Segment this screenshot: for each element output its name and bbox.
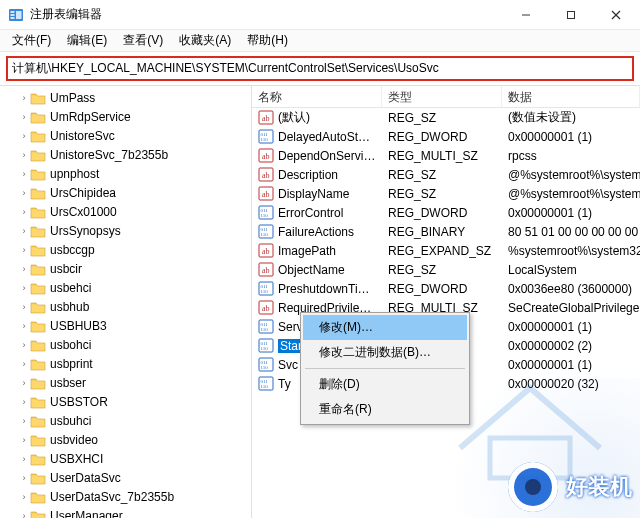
svg-text:ab: ab [262,190,270,199]
chevron-right-icon[interactable]: › [18,492,30,502]
folder-icon [30,395,46,409]
tree-item-label: usbuhci [50,414,91,428]
tree-item[interactable]: ›UserDataSvc [0,468,251,487]
ctx-delete[interactable]: 删除(D) [303,372,467,397]
value-data: @%systemroot%\system32 [502,168,640,182]
chevron-right-icon[interactable]: › [18,245,30,255]
col-data[interactable]: 数据 [502,86,640,107]
chevron-right-icon[interactable]: › [18,169,30,179]
list-row[interactable]: ab(默认)REG_SZ(数值未设置) [252,108,640,127]
tree-item[interactable]: ›UrsChipidea [0,183,251,202]
tree-item-label: UnistoreSvc [50,129,115,143]
folder-icon [30,376,46,390]
list-row[interactable]: 011110PreshutdownTi…REG_DWORD0x0036ee80 … [252,279,640,298]
tree-item[interactable]: ›usbhub [0,297,251,316]
list-row[interactable]: abDescriptionREG_SZ@%systemroot%\system3… [252,165,640,184]
menu-favorites[interactable]: 收藏夹(A) [171,30,239,51]
value-name: DependOnServi… [278,149,375,163]
tree-item[interactable]: ›UmPass [0,88,251,107]
chevron-right-icon[interactable]: › [18,321,30,331]
svg-rect-6 [567,11,574,18]
list-row[interactable]: 011110ErrorControlREG_DWORD0x00000001 (1… [252,203,640,222]
path-input[interactable]: 计算机\HKEY_LOCAL_MACHINE\SYSTEM\CurrentCon… [6,56,634,81]
chevron-right-icon[interactable]: › [18,454,30,464]
registry-tree[interactable]: ›UmPass›UmRdpService›UnistoreSvc›Unistor… [0,86,252,518]
folder-icon [30,300,46,314]
chevron-right-icon[interactable]: › [18,511,30,519]
tree-item-label: USBHUB3 [50,319,107,333]
chevron-right-icon[interactable]: › [18,416,30,426]
chevron-right-icon[interactable]: › [18,359,30,369]
chevron-right-icon[interactable]: › [18,378,30,388]
folder-icon [30,148,46,162]
tree-item[interactable]: ›UmRdpService [0,107,251,126]
chevron-right-icon[interactable]: › [18,264,30,274]
col-name[interactable]: 名称 [252,86,382,107]
minimize-button[interactable] [503,0,548,30]
chevron-right-icon[interactable]: › [18,226,30,236]
menu-help[interactable]: 帮助(H) [239,30,296,51]
chevron-right-icon[interactable]: › [18,283,30,293]
value-data: LocalSystem [502,263,640,277]
folder-icon [30,110,46,124]
binary-value-icon: 011110 [258,319,274,334]
tree-item[interactable]: ›UrsCx01000 [0,202,251,221]
tree-item[interactable]: ›UserDataSvc_7b2355b [0,487,251,506]
menu-view[interactable]: 查看(V) [115,30,171,51]
tree-item[interactable]: ›usbccgp [0,240,251,259]
svg-rect-2 [11,14,15,16]
chevron-right-icon[interactable]: › [18,188,30,198]
ctx-rename[interactable]: 重命名(R) [303,397,467,422]
menu-edit[interactable]: 编辑(E) [59,30,115,51]
maximize-button[interactable] [548,0,593,30]
list-row[interactable]: abDependOnServi…REG_MULTI_SZrpcss [252,146,640,165]
tree-item[interactable]: ›UrsSynopsys [0,221,251,240]
list-row[interactable]: 011110DelayedAutoSt…REG_DWORD0x00000001 … [252,127,640,146]
tree-item[interactable]: ›usbcir [0,259,251,278]
list-row[interactable]: abDisplayNameREG_SZ@%systemroot%\system3… [252,184,640,203]
col-type[interactable]: 类型 [382,86,502,107]
tree-item[interactable]: ›usbohci [0,335,251,354]
chevron-right-icon[interactable]: › [18,340,30,350]
chevron-right-icon[interactable]: › [18,93,30,103]
svg-rect-3 [11,17,15,19]
chevron-right-icon[interactable]: › [18,112,30,122]
tree-item[interactable]: ›usbvideo [0,430,251,449]
tree-item[interactable]: ›upnphost [0,164,251,183]
chevron-right-icon[interactable]: › [18,207,30,217]
list-row[interactable]: abImagePathREG_EXPAND_SZ%systemroot%\sys… [252,241,640,260]
chevron-right-icon[interactable]: › [18,435,30,445]
tree-item[interactable]: ›usbehci [0,278,251,297]
tree-item[interactable]: ›usbprint [0,354,251,373]
value-type: REG_DWORD [382,282,502,296]
ctx-modify[interactable]: 修改(M)… [303,315,467,340]
folder-icon [30,338,46,352]
string-value-icon: ab [258,110,274,125]
tree-item[interactable]: ›USBXHCI [0,449,251,468]
tree-item[interactable]: ›UnistoreSvc [0,126,251,145]
chevron-right-icon[interactable]: › [18,302,30,312]
chevron-right-icon[interactable]: › [18,150,30,160]
chevron-right-icon[interactable]: › [18,131,30,141]
tree-item[interactable]: ›UserManager [0,506,251,518]
list-row[interactable]: abObjectNameREG_SZLocalSystem [252,260,640,279]
folder-icon [30,243,46,257]
tree-item[interactable]: ›USBHUB3 [0,316,251,335]
chevron-right-icon[interactable]: › [18,473,30,483]
menu-file[interactable]: 文件(F) [4,30,59,51]
tree-item[interactable]: ›USBSTOR [0,392,251,411]
list-row[interactable]: 011110FailureActionsREG_BINARY80 51 01 0… [252,222,640,241]
chevron-right-icon[interactable]: › [18,397,30,407]
string-value-icon: ab [258,167,274,182]
tree-item[interactable]: ›usbuhci [0,411,251,430]
tree-item[interactable]: ›usbser [0,373,251,392]
tree-item-label: UserDataSvc_7b2355b [50,490,174,504]
value-name: FailureActions [278,225,354,239]
folder-icon [30,186,46,200]
close-button[interactable] [593,0,638,30]
tree-item[interactable]: ›UnistoreSvc_7b2355b [0,145,251,164]
svg-text:110: 110 [261,327,269,332]
binary-value-icon: 011110 [258,129,274,144]
ctx-modify-binary[interactable]: 修改二进制数据(B)… [303,340,467,365]
svg-text:110: 110 [261,232,269,237]
